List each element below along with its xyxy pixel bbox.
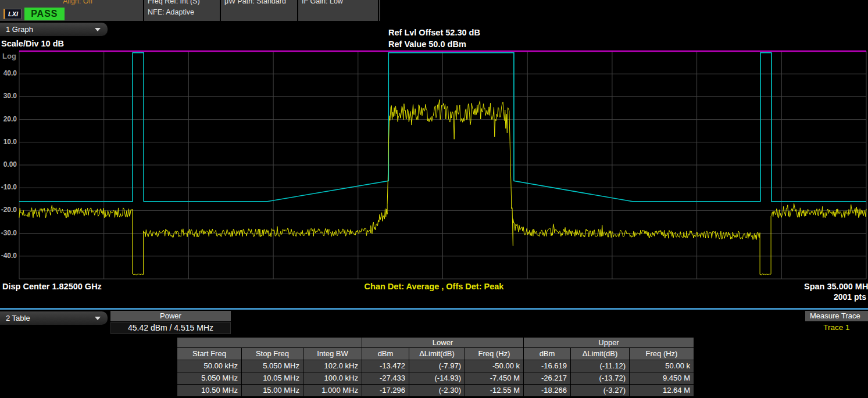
table-cell: -27.433 <box>362 372 409 384</box>
table-row: 5.050 MHz10.05 MHz100.0 kHz-27.433(-14.9… <box>177 372 694 384</box>
table-cell: 10.50 MHz <box>177 385 241 396</box>
column-header: ΔLimit(dB) <box>571 348 629 360</box>
span-label: Span 35.000 MHz <box>804 282 868 291</box>
power-header: Power <box>110 311 231 321</box>
nfe-status: NFE: Adaptive <box>148 8 216 17</box>
y-axis-label: 40.0 <box>0 69 17 77</box>
table-cell: 50.00 kHz <box>177 360 241 372</box>
column-header: Start Freq <box>177 348 241 360</box>
analyzer-screen: Align: Off LXI PASS Freq Ref: Int (S) NF… <box>0 0 868 398</box>
align-status: Align: Off <box>63 0 92 5</box>
table-view-selector-label: 2 Table <box>6 314 30 322</box>
table-cell: 5.050 MHz <box>177 372 241 384</box>
table-cell: -16.619 <box>524 360 570 372</box>
table-cell: 50.00 k <box>630 360 694 372</box>
measure-trace-header[interactable]: Measure Trace <box>805 311 868 321</box>
table-cell: 15.00 MHz <box>242 385 303 396</box>
table-cell: -13.472 <box>362 360 409 372</box>
table-cell: -7.450 M <box>465 372 523 384</box>
spectrum-plot[interactable] <box>0 21 868 308</box>
status-cell-if-gain: IF Gain: Low <box>298 0 379 21</box>
lxi-badge: LXI <box>3 9 22 19</box>
table-cell: -17.296 <box>362 385 409 396</box>
table-cell: (-11.12) <box>571 360 629 372</box>
log-scale-label: Log <box>2 52 16 60</box>
table-cell: 5.050 MHz <box>242 360 303 372</box>
column-header: dBm <box>362 348 409 360</box>
y-axis-label: -20.0 <box>0 206 17 214</box>
y-axis-label: 10.0 <box>0 138 17 146</box>
y-axis-label: -30.0 <box>0 229 17 237</box>
table-group-header-row: LowerUpper <box>177 338 694 347</box>
table-cell: (-14.93) <box>409 372 465 384</box>
table-window: 2 Table Power 45.42 dBm / 4.515 MHz Meas… <box>0 310 868 398</box>
chevron-down-icon <box>95 28 101 31</box>
pass-indicator: PASS <box>24 8 64 20</box>
table-cell: 12.64 M <box>630 385 694 396</box>
table-cell: 10.05 MHz <box>242 372 303 384</box>
if-gain-status: IF Gain: Low <box>302 0 374 6</box>
sweep-points-label: 2001 pts <box>798 292 866 302</box>
graph-view-selector-label: 1 Graph <box>6 25 33 34</box>
uw-path-status: μW Path: Standard <box>224 0 294 6</box>
detector-info-label: Chan Det: Average , Offs Det: Peak <box>0 282 868 291</box>
table-cell: -18.266 <box>524 385 570 396</box>
ref-value-label: Ref Value 50.0 dBm <box>388 40 466 49</box>
table-view-selector[interactable]: 2 Table <box>0 311 108 325</box>
y-axis-label: 30.0 <box>0 92 17 100</box>
column-header: Freq (Hz) <box>465 348 523 360</box>
freq-ref-status: Freq Ref: Int (S) <box>148 0 216 6</box>
column-header: Freq (Hz) <box>630 348 694 360</box>
column-header: dBm <box>524 348 570 360</box>
group-header-upper: Upper <box>524 338 694 347</box>
table-cell: 9.450 M <box>630 372 694 384</box>
scale-div-label: Scale/Div 10 dB <box>1 39 64 48</box>
table-cell: (-13.72) <box>571 372 629 384</box>
table-cell: 100.0 kHz <box>303 372 362 384</box>
sem-results-table: LowerUpperStart FreqStop FreqInteg BWdBm… <box>177 338 694 397</box>
table-row: 10.50 MHz15.00 MHz1.000 MHz-17.296(-2.30… <box>177 385 694 396</box>
table-cell: -50.00 k <box>465 360 523 372</box>
table-cell: -12.55 M <box>465 385 523 396</box>
graph-view-selector[interactable]: 1 Graph <box>0 22 108 37</box>
y-axis-label: -40.0 <box>0 252 17 260</box>
y-axis-label: -10.0 <box>0 183 17 191</box>
power-readout: 45.42 dBm / 4.515 MHz <box>110 322 231 334</box>
group-header-blank <box>177 338 362 347</box>
group-header-lower: Lower <box>362 338 523 347</box>
table-cell: -26.217 <box>524 372 570 384</box>
y-axis-label: 0.00 <box>0 160 17 168</box>
column-header: Stop Freq <box>242 348 303 360</box>
column-header: ΔLimit(dB) <box>409 348 465 360</box>
measure-trace-value[interactable]: Trace 1 <box>805 322 868 334</box>
table-cell: (-3.27) <box>571 385 629 396</box>
table-cell: (-7.97) <box>409 360 465 372</box>
graph-window: 40.030.020.010.00.00-10.0-20.0-30.0-40.0… <box>0 21 868 308</box>
y-axis-label: 20.0 <box>0 115 17 123</box>
table-cell: 102.0 kHz <box>303 360 362 372</box>
table-header-row: Start FreqStop FreqInteg BWdBmΔLimit(dB)… <box>177 348 694 360</box>
status-cell-uw-path: μW Path: Standard <box>221 0 298 21</box>
ref-lvl-offset-label: Ref Lvl Offset 52.30 dB <box>388 28 480 37</box>
table-cell: (-2.30) <box>409 385 465 396</box>
table-row: 50.00 kHz5.050 MHz102.0 kHz-13.472(-7.97… <box>177 360 694 372</box>
chevron-down-icon <box>95 317 101 320</box>
column-header: Integ BW <box>303 348 362 360</box>
status-cell-main: Align: Off LXI PASS <box>0 0 144 21</box>
table-cell: 1.000 MHz <box>303 385 362 396</box>
status-cell-freq-ref: Freq Ref: Int (S) NFE: Adaptive <box>144 0 221 21</box>
status-bar: Align: Off LXI PASS Freq Ref: Int (S) NF… <box>0 0 380 21</box>
